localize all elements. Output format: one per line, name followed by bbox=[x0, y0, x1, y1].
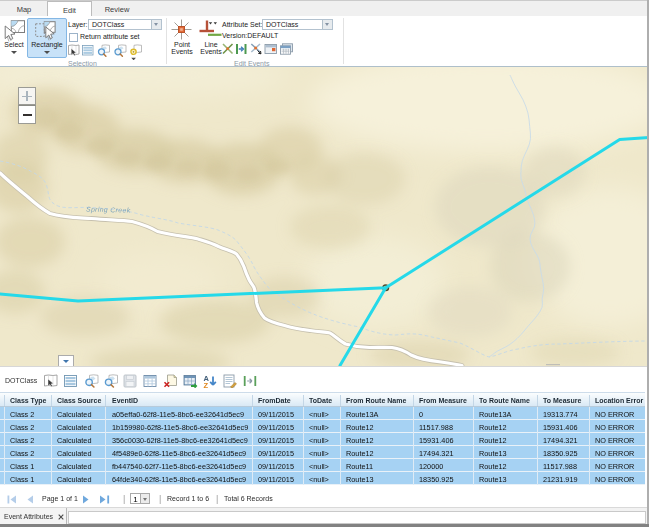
svg-text:Z: Z bbox=[204, 381, 209, 388]
